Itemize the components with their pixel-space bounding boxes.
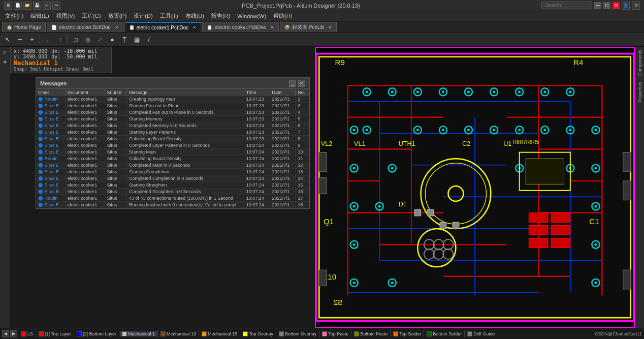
msg-no-12: 14: [296, 175, 309, 182]
message-row-12[interactable]: 🔵 Situs E eletric cooker1 Situs Complete…: [36, 175, 309, 182]
menu-item-u[interactable]: 布线(U): [182, 12, 207, 20]
message-row-10[interactable]: 🔵 Situs E eletric cooker1 Situs Complete…: [36, 162, 309, 169]
open-btn[interactable]: 📂: [23, 2, 31, 10]
message-row-4[interactable]: 🔵 Situs E eletric cooker1 Situs Complete…: [36, 122, 309, 129]
status-layer-drillguide[interactable]: Drill Guide: [465, 331, 497, 336]
message-row-6[interactable]: 🔵 Situs E eletric cooker1 Situs Calculat…: [36, 136, 309, 142]
fill-tool[interactable]: ▦: [131, 34, 142, 45]
message-row-11[interactable]: 🔵 Situs E eletric cooker1 Situs Starting…: [36, 169, 309, 175]
message-row-5[interactable]: 🔵 Situs E eletric cooker1 Situs Starting…: [36, 129, 309, 136]
menu-item-p[interactable]: 放置(P): [105, 12, 130, 20]
message-row-9[interactable]: 🔵 Routin eletric cooker1 Situs Calculati…: [36, 156, 309, 162]
minimize-button[interactable]: ─: [594, 2, 601, 9]
layer-label-6: Top Overlay: [249, 331, 273, 336]
messages-scroll[interactable]: Class Document Source Message Time Date …: [36, 89, 309, 208]
msg-class-10: 🔵 Situs E: [36, 162, 65, 169]
tab-close-2[interactable]: ✕: [192, 25, 197, 30]
message-row-14[interactable]: 🔵 Situs E eletric cooker1 Situs Complete…: [36, 189, 309, 195]
via-tool[interactable]: ◎: [82, 34, 93, 45]
user-icon[interactable]: 👤: [622, 2, 630, 10]
projects-panel-btn[interactable]: P: [1, 49, 9, 57]
panel-close-btn[interactable]: ✕: [298, 80, 305, 87]
tab-close-1[interactable]: ✕: [115, 25, 119, 30]
tab-2[interactable]: 📋eletric cooker1.PcbDoc✕: [124, 22, 202, 32]
menu-item-t[interactable]: 工具(T): [157, 12, 181, 20]
maximize-button[interactable]: □: [603, 2, 610, 9]
menu-item-windoww[interactable]: Window(W): [234, 13, 269, 20]
status-layer-mechanical15[interactable]: Mechanical 15: [200, 331, 239, 336]
svg-point-57: [493, 129, 495, 131]
message-row-0[interactable]: 🔵 Routin eletric cooker1 Situs Creating …: [36, 96, 309, 103]
pad-tool[interactable]: ●: [107, 34, 118, 45]
string-tool[interactable]: T: [119, 34, 130, 45]
panel-minimize-btn[interactable]: _: [289, 80, 296, 87]
menu-item-f[interactable]: 文件(F): [2, 12, 26, 20]
next-layer-btn[interactable]: ▶: [10, 330, 17, 337]
message-row-13[interactable]: 🔵 Situs E eletric cooker1 Situs Starting…: [36, 182, 309, 189]
msg-class-12: 🔵 Situs E: [36, 175, 65, 182]
select-tool[interactable]: ↖: [2, 34, 13, 45]
properties-panel-tab[interactable]: Properties: [636, 79, 643, 106]
down-tool[interactable]: ↓: [42, 34, 53, 45]
tab-0[interactable]: 🏠Home Page: [2, 22, 46, 32]
settings-icon[interactable]: ⚙: [632, 2, 640, 10]
track-tool[interactable]: ⟋: [94, 34, 106, 45]
status-right: CSDN@CharlesGuo11: [595, 331, 642, 336]
messages-title: Messages: [40, 80, 67, 86]
svg-text:D1: D1: [399, 201, 407, 208]
status-layer-bottomsolder[interactable]: Bottom Solder: [425, 331, 464, 336]
prev-layer-btn[interactable]: ◀: [2, 330, 9, 337]
components-panel-tab[interactable]: Components: [636, 47, 643, 79]
status-layer-topsolder[interactable]: Top Solder: [391, 331, 423, 336]
msg-doc-11: eletric cooker1: [65, 169, 105, 175]
messages-header[interactable]: Messages _ ✕: [36, 78, 309, 89]
status-layer-ls[interactable]: LS: [19, 331, 35, 336]
undo-btn[interactable]: ↩: [43, 2, 51, 10]
status-layer-toppaste[interactable]: Top Paste: [320, 331, 350, 336]
msg-text-11: Starting Completion: [126, 169, 244, 175]
content-area[interactable]: x: 4480.000 dx: -10.000 mil y: 3490.000 …: [10, 47, 635, 328]
menu-item-r[interactable]: 报告(R): [208, 12, 233, 20]
message-row-8[interactable]: 🔵 Situs E eletric cooker1 Situs Starting…: [36, 149, 309, 156]
pcb-view[interactable]: R9 R4 VL2 VL1 UTH1 C2 U1 D1 R8R7R6R5 Q1 …: [315, 47, 635, 328]
add-tool[interactable]: +: [26, 34, 38, 45]
menu-item-d[interactable]: 设计(D): [131, 12, 155, 20]
search-input[interactable]: [541, 2, 592, 9]
message-row-3[interactable]: 🔵 Situs E eletric cooker1 Situs Starting…: [36, 116, 309, 122]
layer-sep-1: [74, 330, 74, 337]
message-row-1[interactable]: 🔵 Situs E eletric cooker1 Situs Starting…: [36, 103, 309, 109]
message-row-7[interactable]: 🔵 Situs E eletric cooker1 Situs Complete…: [36, 142, 309, 149]
close-button[interactable]: ✕: [613, 2, 620, 9]
layer-label-4: Mechanical 13: [167, 331, 196, 336]
tab-4[interactable]: 📦封装库.PcbLib✕: [280, 22, 337, 32]
status-layer-bottomoverlay[interactable]: Bottom Overlay: [277, 331, 318, 336]
message-row-15[interactable]: 🔵 Routin eletric cooker1 Situs 43 of 43 …: [36, 195, 309, 202]
tab-3[interactable]: 📋electric cooker.PcbDoc✕: [202, 22, 279, 32]
tab-1[interactable]: 📄electric cooker.SchDoc✕: [47, 22, 123, 32]
route-tool[interactable]: ⊢: [14, 34, 25, 45]
status-layer-bottompaste[interactable]: Bottom Paste: [352, 331, 390, 336]
msg-doc-16: eletric cooker1: [65, 202, 105, 208]
favorites-btn[interactable]: ★: [1, 58, 9, 66]
redo-btn[interactable]: ↪: [52, 2, 60, 10]
up-tool[interactable]: ↑: [54, 34, 66, 45]
status-layer-topoverlay[interactable]: Top Overlay: [241, 331, 275, 336]
menu-item-h[interactable]: 帮助(H): [270, 12, 295, 20]
msg-icon-5: 🔵: [38, 130, 43, 135]
status-layer-mechanical13[interactable]: Mechanical 13: [158, 331, 198, 336]
message-row-16[interactable]: 🔵 Situs E eletric cooker1 Situs Routing …: [36, 202, 309, 208]
status-layer-mechanical1[interactable]: Mechanical 1: [120, 331, 157, 336]
status-layer-2bottomlayer[interactable]: [2] Bottom Layer: [75, 331, 118, 336]
component-tool[interactable]: □: [70, 34, 81, 45]
line-tool[interactable]: /: [143, 34, 154, 45]
layer-sep-8: [351, 330, 351, 337]
message-row-2[interactable]: 🔵 Situs E eletric cooker1 Situs Complete…: [36, 109, 309, 116]
save-btn[interactable]: 💾: [33, 2, 41, 10]
new-btn[interactable]: 📄: [14, 2, 22, 10]
menu-item-v[interactable]: 视图(V): [53, 12, 78, 20]
menu-item-c[interactable]: 工程(C): [79, 12, 104, 20]
tab-close-4[interactable]: ✕: [328, 25, 332, 30]
status-layer-1toplayer[interactable]: [1] Top Layer: [37, 331, 73, 336]
tab-close-3[interactable]: ✕: [270, 25, 274, 30]
menu-item-e[interactable]: 编辑(E): [27, 12, 52, 20]
